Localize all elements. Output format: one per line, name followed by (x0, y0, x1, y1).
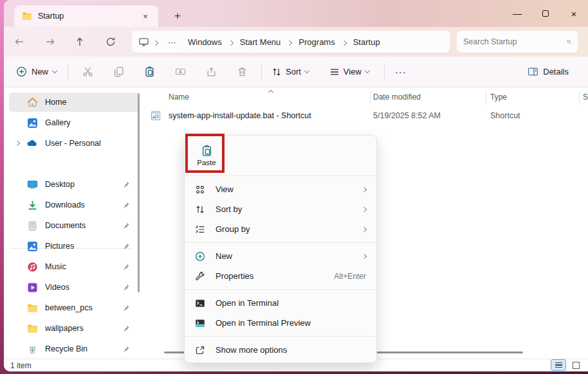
pin-icon (122, 304, 130, 312)
forward-arrow-icon (45, 37, 55, 47)
submenu-chevron-icon (362, 186, 367, 191)
details-view-toggle[interactable] (551, 360, 565, 370)
folder-icon (26, 303, 39, 314)
copy-button[interactable] (106, 61, 131, 83)
cut-button[interactable] (75, 61, 100, 83)
recycle-bin-icon (26, 344, 39, 354)
sidebar-item-music[interactable]: Music (9, 257, 139, 276)
sort-ascending-icon (268, 90, 273, 95)
context-item-sort-by[interactable]: Sort by (187, 199, 374, 219)
submenu-chevron-icon (362, 226, 367, 231)
up-button[interactable] (71, 33, 89, 51)
minimize-button[interactable]: — (503, 0, 531, 27)
tab-title: Startup (38, 12, 139, 21)
submenu-chevron-icon (362, 253, 367, 258)
paste-button[interactable] (137, 61, 161, 83)
sidebar-item-downloads[interactable]: Downloads (9, 195, 139, 215)
pin-icon (122, 201, 130, 209)
file-row[interactable]: system-app-install-update.bat - Shortcut… (144, 107, 583, 123)
file-name: system-app-install-update.bat - Shortcut (169, 111, 311, 120)
pin-icon (122, 345, 130, 353)
sidebar-item-recycle-bin[interactable]: Recycle Bin (9, 339, 139, 359)
menu-separator (185, 175, 376, 176)
search-box (457, 31, 578, 53)
plus-circle-icon (16, 66, 27, 77)
breadcrumb-windows[interactable]: Windows (182, 35, 228, 49)
submenu-chevron-icon (362, 206, 367, 211)
sidebar-item-home[interactable]: Home (9, 93, 139, 112)
chevron-down-icon (52, 68, 57, 73)
sort-button[interactable]: Sort (266, 62, 315, 82)
column-headers: Name Date modified Type Size (142, 90, 588, 105)
column-header-type[interactable]: Type (490, 93, 507, 102)
new-tab-button[interactable]: + (169, 7, 187, 25)
toolbar-divider (384, 65, 385, 79)
terminal-icon (195, 298, 209, 308)
tab-close-icon[interactable]: × (139, 10, 152, 22)
title-bar: Startup × + — × (4, 0, 588, 27)
column-header-size[interactable]: Size (583, 93, 588, 102)
sidebar-item-pictures[interactable]: Pictures (9, 236, 139, 256)
this-pc-icon (138, 37, 149, 47)
sidebar-item-documents[interactable]: Documents (9, 216, 139, 235)
column-header-date-modified[interactable]: Date modified (373, 93, 421, 102)
show-more-options-icon (195, 345, 209, 355)
rename-button[interactable] (168, 61, 192, 83)
view-button[interactable]: View (324, 62, 375, 82)
sidebar-item-videos[interactable]: Videos (9, 278, 139, 297)
icons-view-toggle[interactable] (569, 360, 583, 370)
sidebar-item-between-pcs[interactable]: between_pcs (9, 298, 139, 317)
back-button[interactable] (10, 33, 28, 51)
menu-separator (185, 289, 376, 290)
column-header-name[interactable]: Name (169, 93, 189, 102)
context-item-open-in-terminal[interactable]: Open in Terminal (187, 293, 374, 313)
breadcrumb-startup[interactable]: Startup (347, 35, 386, 49)
folder-icon (26, 323, 39, 334)
pin-icon (122, 283, 130, 292)
context-item-view[interactable]: View (187, 179, 374, 199)
breadcrumb-separator-icon (153, 40, 158, 46)
chevron-down-icon (365, 68, 370, 73)
tab-startup[interactable]: Startup × (14, 5, 158, 27)
breadcrumb-programs[interactable]: Programs (293, 35, 340, 49)
context-item-properties[interactable]: Properties Alt+Enter (187, 266, 374, 286)
context-item-show-more-options[interactable]: Show more options (187, 340, 374, 360)
cut-icon (82, 66, 93, 77)
sidebar-item-gallery[interactable]: Gallery (9, 113, 139, 132)
search-input[interactable] (463, 37, 567, 46)
sort-arrows-icon (271, 67, 282, 77)
maximize-button[interactable] (531, 0, 560, 27)
column-divider[interactable] (486, 91, 486, 104)
item-count: 1 item (10, 361, 32, 370)
annotation-highlight-box (185, 134, 225, 173)
details-pane-button[interactable]: Details (522, 62, 574, 81)
new-button[interactable]: New (9, 62, 64, 82)
toolbar-divider (261, 65, 262, 79)
paste-icon (144, 66, 155, 77)
close-button[interactable]: × (560, 0, 588, 27)
terminal-preview-icon (195, 318, 209, 328)
breadcrumb-overflow[interactable]: ··· (162, 35, 182, 49)
forward-button[interactable] (41, 33, 59, 51)
column-divider[interactable] (579, 91, 580, 104)
more-options-button[interactable]: ··· (389, 64, 413, 80)
refresh-button[interactable] (102, 33, 120, 51)
home-icon (26, 97, 39, 108)
sidebar-item-onedrive-personal[interactable]: User - Personal (9, 134, 139, 153)
context-item-open-in-terminal-preview[interactable]: Open in Terminal Preview (187, 313, 374, 333)
column-divider[interactable] (370, 91, 371, 104)
context-item-group-by[interactable]: Group by (187, 219, 374, 239)
share-button[interactable] (199, 61, 223, 83)
sidebar-item-desktop[interactable]: Desktop (9, 175, 139, 194)
address-bar[interactable]: ··· Windows Start Menu Programs Startup (132, 31, 450, 53)
context-item-new[interactable]: New (187, 246, 374, 266)
delete-button[interactable] (230, 61, 254, 83)
icons-view-icon (573, 362, 580, 369)
sidebar-scrollbar[interactable] (138, 93, 140, 292)
breadcrumb-start-menu[interactable]: Start Menu (234, 35, 287, 49)
details-view-icon (555, 361, 562, 369)
sidebar-item-wallpapers[interactable]: wallpapers (9, 319, 139, 338)
breadcrumb-separator-icon (228, 40, 234, 46)
expander-chevron-icon[interactable] (15, 141, 20, 146)
breadcrumb-separator-icon (341, 40, 346, 46)
